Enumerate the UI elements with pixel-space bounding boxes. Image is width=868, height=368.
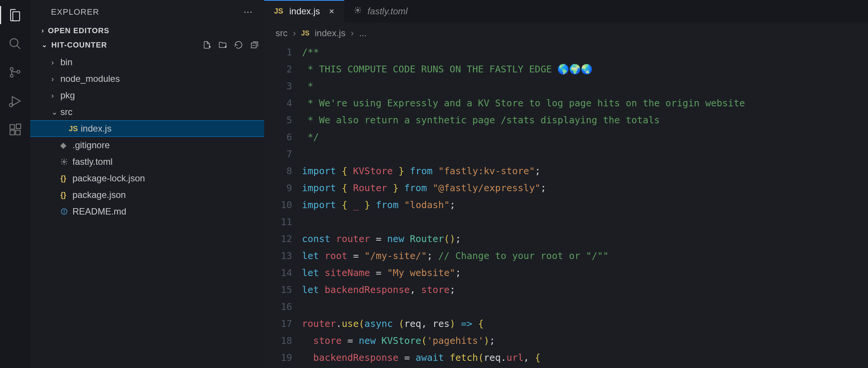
chevron-right-icon: › bbox=[351, 28, 354, 38]
svg-line-1 bbox=[17, 46, 20, 49]
explorer-title: EXPLORER bbox=[51, 7, 99, 17]
chevron-down-icon: ⌄ bbox=[51, 107, 60, 117]
file-label: .gitignore bbox=[72, 140, 110, 150]
info-icon bbox=[60, 208, 72, 215]
file-item[interactable]: JSindex.js bbox=[30, 120, 264, 137]
code-lines[interactable]: /** * THIS COMPUTE CODE RUNS ON THE FAST… bbox=[302, 44, 868, 366]
refresh-icon[interactable] bbox=[234, 40, 243, 49]
tab-bar: JSindex.js×fastly.toml bbox=[264, 0, 868, 23]
code-line[interactable]: * We're using Expressly and a KV Store t… bbox=[302, 95, 868, 112]
folder-label: src bbox=[60, 107, 72, 117]
file-item[interactable]: {}package.json bbox=[30, 187, 264, 203]
line-number: 17 bbox=[268, 315, 292, 332]
code-line[interactable]: */ bbox=[302, 129, 868, 146]
chevron-right-icon: › bbox=[51, 58, 60, 67]
folder-item[interactable]: ›pkg bbox=[30, 87, 264, 104]
open-editors-section[interactable]: › OPEN EDITORS bbox=[30, 24, 264, 37]
line-number: 12 bbox=[268, 230, 292, 247]
activity-bar bbox=[0, 0, 30, 368]
js-icon: JS bbox=[69, 124, 81, 133]
open-editors-label: OPEN EDITORS bbox=[48, 26, 109, 35]
code-editor[interactable]: 12345678910111213141516171819 /** * THIS… bbox=[264, 44, 868, 366]
folder-label: node_modules bbox=[60, 74, 120, 84]
collapse-all-icon[interactable] bbox=[250, 40, 259, 49]
line-number: 1 bbox=[268, 44, 292, 61]
git-icon: ◆ bbox=[60, 141, 72, 150]
editor-area: JSindex.js×fastly.toml src › JS index.js… bbox=[264, 0, 868, 368]
file-label: index.js bbox=[81, 123, 111, 134]
chevron-right-icon: › bbox=[293, 28, 296, 38]
line-number: 10 bbox=[268, 196, 292, 213]
source-control-icon[interactable] bbox=[8, 65, 23, 80]
line-number: 9 bbox=[268, 179, 292, 196]
project-actions bbox=[202, 40, 259, 49]
code-line[interactable]: import { Router } from "@fastly/expressl… bbox=[302, 179, 868, 196]
folder-item[interactable]: ›bin bbox=[30, 54, 264, 71]
line-number: 13 bbox=[268, 247, 292, 264]
extensions-icon[interactable] bbox=[8, 122, 23, 137]
tab-fastly-toml[interactable]: fastly.toml bbox=[344, 0, 417, 22]
line-number: 2 bbox=[268, 61, 292, 78]
folder-item[interactable]: ›node_modules bbox=[30, 71, 264, 87]
file-label: package.json bbox=[72, 190, 126, 200]
code-line[interactable]: import { _ } from "lodash"; bbox=[302, 196, 868, 213]
file-item[interactable]: {}package-lock.json bbox=[30, 170, 264, 187]
code-line[interactable]: * bbox=[302, 78, 868, 95]
code-line[interactable]: /** bbox=[302, 44, 868, 61]
svg-marker-5 bbox=[12, 97, 20, 106]
close-icon[interactable]: × bbox=[329, 6, 334, 17]
svg-point-21 bbox=[357, 9, 359, 11]
tab-label: fastly.toml bbox=[368, 6, 408, 17]
code-line[interactable] bbox=[302, 213, 868, 230]
svg-point-20 bbox=[64, 210, 64, 210]
code-line[interactable]: * We also return a synthetic page /stats… bbox=[302, 112, 868, 129]
breadcrumb-tail[interactable]: ... bbox=[359, 28, 366, 38]
svg-rect-8 bbox=[10, 130, 15, 135]
chevron-right-icon: › bbox=[51, 91, 60, 100]
debug-icon[interactable] bbox=[8, 94, 23, 109]
code-line[interactable]: store = new KVStore('pagehits'); bbox=[302, 332, 868, 349]
file-item[interactable]: ◆.gitignore bbox=[30, 137, 264, 153]
breadcrumb-part[interactable]: index.js bbox=[315, 28, 345, 38]
code-line[interactable]: import { KVStore } from "fastly:kv-store… bbox=[302, 163, 868, 179]
line-number-gutter: 12345678910111213141516171819 bbox=[268, 44, 302, 366]
chevron-right-icon: › bbox=[51, 75, 60, 83]
json-icon: {} bbox=[60, 191, 72, 199]
svg-point-3 bbox=[10, 74, 13, 77]
line-number: 8 bbox=[268, 163, 292, 179]
breadcrumb-part[interactable]: src bbox=[275, 28, 288, 38]
code-line[interactable]: let backendResponse, store; bbox=[302, 281, 868, 298]
project-header[interactable]: ⌄ HIT-COUNTER bbox=[30, 37, 264, 52]
code-line[interactable]: let root = "/my-site/"; // Change to you… bbox=[302, 247, 868, 264]
code-line[interactable] bbox=[302, 146, 868, 163]
folder-item[interactable]: ⌄src bbox=[30, 104, 264, 120]
line-number: 19 bbox=[268, 349, 292, 366]
new-file-icon[interactable] bbox=[202, 40, 211, 49]
svg-point-0 bbox=[10, 39, 18, 47]
file-item[interactable]: README.md bbox=[30, 203, 264, 220]
svg-rect-9 bbox=[16, 130, 20, 135]
explorer-icon[interactable] bbox=[8, 8, 23, 23]
file-label: fastly.toml bbox=[72, 156, 112, 167]
json-icon: {} bbox=[60, 174, 72, 183]
new-folder-icon[interactable] bbox=[218, 40, 227, 49]
chevron-down-icon: ⌄ bbox=[42, 41, 48, 49]
folder-label: pkg bbox=[60, 90, 75, 101]
tab-label: index.js bbox=[289, 6, 320, 17]
more-actions-icon[interactable]: ⋯ bbox=[243, 7, 253, 17]
code-line[interactable]: let siteName = "My website"; bbox=[302, 264, 868, 281]
search-icon[interactable] bbox=[8, 36, 23, 51]
tab-index-js[interactable]: JSindex.js× bbox=[264, 0, 344, 22]
code-line[interactable]: router.use(async (req, res) => { bbox=[302, 315, 868, 332]
code-line[interactable]: * THIS COMPUTE CODE RUNS ON THE FASTLY E… bbox=[302, 61, 868, 78]
code-line[interactable]: const router = new Router(); bbox=[302, 230, 868, 247]
breadcrumb[interactable]: src › JS index.js › ... bbox=[264, 23, 868, 44]
svg-rect-10 bbox=[16, 124, 21, 129]
file-tree: ›bin›node_modules›pkg⌄srcJSindex.js◆.git… bbox=[30, 52, 264, 220]
file-label: package-lock.json bbox=[72, 173, 145, 184]
code-line[interactable] bbox=[302, 298, 868, 315]
svg-point-4 bbox=[17, 71, 20, 74]
code-line[interactable]: backendResponse = await fetch(req.url, { bbox=[302, 349, 868, 366]
file-item[interactable]: fastly.toml bbox=[30, 153, 264, 170]
folder-label: bin bbox=[60, 57, 72, 67]
